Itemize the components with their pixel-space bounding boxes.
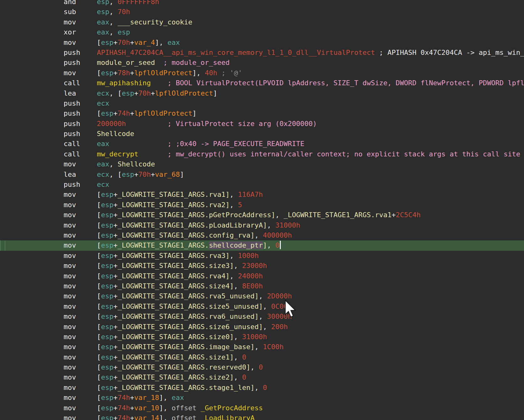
asm-line[interactable]: mov [esp+_LOGWRITE_STAGE1_ARGS.stage1_le… (0, 383, 524, 393)
asm-line[interactable]: mov [esp+_LOGWRITE_STAGE1_ARGS.size4], 8… (0, 281, 524, 291)
function-name[interactable]: mw_apihashing (97, 79, 151, 87)
symbol-name[interactable]: _LOGWRITE_STAGE1_ARGS.size5_unused (118, 302, 259, 310)
symbol-name[interactable]: module_or_seed (97, 59, 155, 66)
asm-line[interactable]: push ecx (0, 180, 524, 190)
symbol-name[interactable]: _LOGWRITE_STAGE1_ARGS.image_base (118, 343, 250, 351)
asm-line[interactable]: mov [esp+_LOGWRITE_STAGE1_ARGS.size6_unu… (0, 322, 524, 332)
stack-var[interactable]: var_18 (134, 394, 159, 402)
function-name[interactable]: _GetProcAddress (201, 404, 263, 412)
asm-line[interactable]: mov [esp+74h+var_10], offset _GetProcAdd… (0, 403, 524, 413)
symbol-name[interactable]: ] (259, 323, 263, 331)
asm-line[interactable]: mov eax, Shellcode (0, 159, 524, 169)
symbol-name[interactable]: ] (226, 272, 230, 280)
asm-line[interactable]: lea ecx, [esp+70h+lpflOldProtect] (0, 88, 524, 98)
asm-line[interactable]: call eax ; ;0x40 -> PAGE_EXECUTE_READWRI… (0, 139, 524, 149)
symbol-name[interactable]: _LOGWRITE_STAGE1_ARGS. (118, 241, 209, 249)
symbol-name[interactable]: _LOGWRITE_STAGE1_ARGS.size2 (118, 373, 230, 381)
symbol-name[interactable]: _LOGWRITE_STAGE1_ARGS.size6_unused (118, 323, 259, 331)
symbol-name[interactable]: ] (226, 252, 230, 260)
stack-var[interactable]: lpflOldProtect (134, 109, 192, 117)
symbol-name[interactable]: _LOGWRITE_STAGE1_ARGS.rva2 (118, 201, 225, 209)
asm-line[interactable]: mov [esp+_LOGWRITE_STAGE1_ARGS.size2], 0 (0, 372, 524, 382)
symbol-name[interactable]: ] (250, 384, 254, 391)
symbol-name[interactable]: _LOGWRITE_STAGE1_ARGS.rva1 (118, 191, 225, 198)
asm-line[interactable]: xor eax, esp (0, 27, 524, 37)
asm-line[interactable]: mov [esp+74h+var_18], eax (0, 393, 524, 403)
asm-line[interactable]: mov [esp+_LOGWRITE_STAGE1_ARGS.rva2], 5 (0, 200, 524, 210)
asm-line[interactable]: push APIHASH_47C204CA__api_ms_win_core_m… (0, 48, 524, 58)
symbol-name[interactable]: ] (226, 191, 230, 198)
asm-line[interactable]: call mw_apihashing ; BOOL VirtualProtect… (0, 78, 524, 88)
asm-line[interactable]: mov [esp+_LOGWRITE_STAGE1_ARGS.pGetProcA… (0, 210, 524, 220)
asm-line[interactable]: push 200000h ; VirtualProtect size arg (… (0, 119, 524, 129)
stack-var[interactable]: var_10 (134, 404, 159, 412)
symbol-name[interactable]: ] (230, 333, 234, 341)
asm-line[interactable]: push Shellcode (0, 129, 524, 139)
symbol-name[interactable]: _LOGWRITE_STAGE1_ARGS.pLoadLibraryA (118, 221, 263, 229)
asm-line[interactable]: lea ecx, [esp+70h+var_68] (0, 170, 524, 180)
symbol-name[interactable]: ] (254, 312, 259, 320)
symbol-name[interactable]: ] (263, 221, 267, 229)
symbol-name[interactable]: Shellcode (118, 160, 155, 168)
asm-line[interactable]: mov [esp+78h+lpflOldProtect], 40h ; '@' (0, 68, 524, 78)
symbol-name[interactable]: _LOGWRITE_STAGE1_ARGS.size4 (118, 282, 230, 290)
symbol-name[interactable]: ] (230, 353, 234, 361)
asm-line[interactable]: mov [esp+_LOGWRITE_STAGE1_ARGS.rva4], 24… (0, 271, 524, 281)
symbol-name[interactable]: ] (250, 343, 254, 351)
function-name[interactable]: _LoadLibraryA (201, 414, 254, 420)
symbol-name[interactable]: ] (230, 373, 234, 381)
asm-line[interactable]: mov [esp+74h+var_14], offset _LoadLibrar… (0, 413, 524, 420)
symbol-name[interactable]: ] (230, 282, 234, 290)
asm-line[interactable]: mov [esp+_LOGWRITE_STAGE1_ARGS.size5_unu… (0, 302, 524, 312)
stack-var[interactable]: var_14 (134, 414, 159, 420)
asm-line[interactable]: push module_or_seed ; module_or_seed (0, 58, 524, 68)
symbol-name[interactable]: _LOGWRITE_STAGE1_ARGS.rva5_unused (118, 292, 254, 300)
symbol-name[interactable]: _LOGWRITE_STAGE1_ARGS.rva1 (284, 211, 391, 219)
asm-line[interactable]: call mw_decrypt ; mw_decrypt() uses inte… (0, 149, 524, 159)
symbol-name[interactable]: ___security_cookie (118, 18, 192, 26)
symbol-name[interactable]: _LOGWRITE_STAGE1_ARGS.size0 (118, 333, 230, 341)
symbol-name[interactable]: _LOGWRITE_STAGE1_ARGS.pGetProcAddress (118, 211, 271, 219)
disassembly-view[interactable]: and esp, 0FFFFFFF8hsub esp, 70hmov eax, … (0, 0, 524, 420)
asm-line[interactable]: push [esp+74h+lpflOldProtect] (0, 108, 524, 118)
asm-line-current[interactable]: mov [esp+_LOGWRITE_STAGE1_ARGS.shellcode… (0, 240, 524, 250)
asm-line[interactable]: mov eax, ___security_cookie (0, 17, 524, 27)
symbol-name[interactable]: ] (254, 292, 259, 300)
symbol-name[interactable]: ] (226, 201, 230, 209)
symbol-name[interactable]: ] (271, 211, 275, 219)
symbol-name[interactable]: _LOGWRITE_STAGE1_ARGS.stage1_len (118, 384, 250, 391)
symbol-name[interactable]: _LOGWRITE_STAGE1_ARGS.size3 (118, 262, 230, 270)
stack-var[interactable]: var_68 (155, 171, 180, 178)
symbol-name[interactable]: ] (246, 363, 250, 371)
asm-line[interactable]: mov [esp+_LOGWRITE_STAGE1_ARGS.rva6_unus… (0, 312, 524, 322)
asm-line[interactable]: mov [esp+_LOGWRITE_STAGE1_ARGS.pLoadLibr… (0, 220, 524, 230)
asm-line[interactable]: mov [esp+_LOGWRITE_STAGE1_ARGS.rva1], 11… (0, 190, 524, 200)
asm-line[interactable]: mov [esp+_LOGWRITE_STAGE1_ARGS.image_bas… (0, 342, 524, 352)
asm-line[interactable]: and esp, 0FFFFFFF8h (0, 0, 524, 7)
symbol-name[interactable]: _LOGWRITE_STAGE1_ARGS.rva3 (118, 252, 225, 260)
asm-line[interactable]: mov [esp+_LOGWRITE_STAGE1_ARGS.rva3], 10… (0, 251, 524, 261)
symbol-name[interactable]: ] (259, 302, 263, 310)
asm-line[interactable]: mov [esp+_LOGWRITE_STAGE1_ARGS.reserved0… (0, 362, 524, 372)
asm-line[interactable]: mov [esp+_LOGWRITE_STAGE1_ARGS.rva5_unus… (0, 291, 524, 301)
asm-line[interactable]: mov [esp+_LOGWRITE_STAGE1_ARGS.config_rv… (0, 230, 524, 240)
symbol-name[interactable]: ] (250, 231, 254, 239)
asm-line[interactable]: mov [esp+70h+var_4], eax (0, 38, 524, 48)
symbol-name[interactable]: _LOGWRITE_STAGE1_ARGS.rva6_unused (118, 312, 254, 320)
function-name[interactable]: mw_decrypt (97, 150, 138, 158)
asm-line[interactable]: mov [esp+_LOGWRITE_STAGE1_ARGS.size1], 0 (0, 352, 524, 362)
symbol-name[interactable]: ] (263, 241, 267, 249)
symbol-name[interactable]: shellcode_ptr (209, 241, 263, 249)
symbol-name[interactable]: _LOGWRITE_STAGE1_ARGS.config_rva (118, 231, 250, 239)
symbol-name[interactable]: Shellcode (97, 130, 134, 138)
asm-line[interactable]: sub esp, 70h (0, 7, 524, 17)
symbol-name[interactable]: ] (230, 262, 234, 270)
asm-line[interactable]: mov [esp+_LOGWRITE_STAGE1_ARGS.size0], 3… (0, 332, 524, 342)
asm-line[interactable]: mov [esp+_LOGWRITE_STAGE1_ARGS.size3], 2… (0, 261, 524, 271)
stack-var[interactable]: var_4 (134, 39, 155, 46)
symbol-name[interactable]: _LOGWRITE_STAGE1_ARGS.rva4 (118, 272, 225, 280)
symbol-name[interactable]: _LOGWRITE_STAGE1_ARGS.reserved0 (118, 363, 246, 371)
symbol-name[interactable]: _LOGWRITE_STAGE1_ARGS.size1 (118, 353, 230, 361)
stack-var[interactable]: lpflOldProtect (155, 89, 213, 97)
asm-line[interactable]: push ecx (0, 98, 524, 108)
